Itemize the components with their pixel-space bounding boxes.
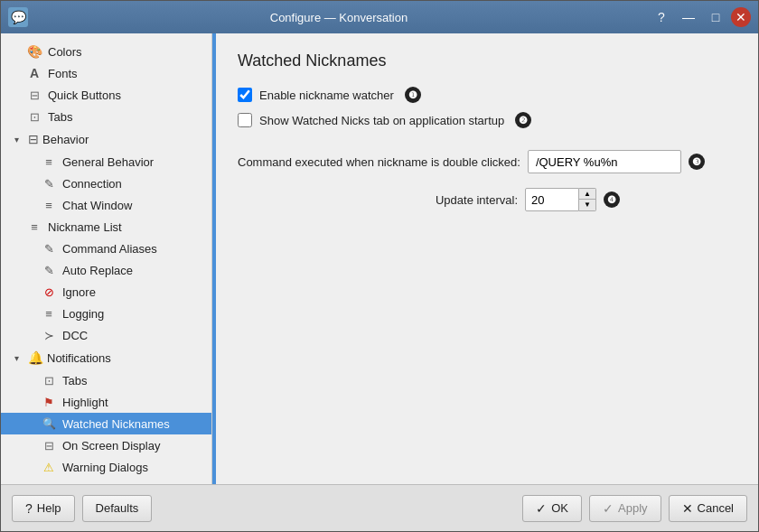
fonts-icon: A [26, 65, 42, 81]
sidebar-item-command-aliases[interactable]: ✎ Command Aliases [1, 238, 211, 259]
enable-watcher-label: Enable nickname watcher [259, 89, 394, 102]
ok-icon: ✓ [536, 501, 547, 516]
sidebar-item-general-behavior[interactable]: ≡ General Behavior [1, 151, 211, 173]
sidebar-item-fonts[interactable]: A Fonts [1, 62, 211, 84]
help-titlebar-button[interactable]: ? [650, 5, 673, 29]
sidebar-item-auto-replace[interactable]: ✎ Auto Replace [1, 259, 211, 281]
titlebar-controls: ? — □ ✕ [650, 5, 751, 29]
osd-icon: ⊟ [41, 437, 57, 453]
enable-watcher-row: Enable nickname watcher ❶ [238, 87, 736, 103]
sidebar-item-dcc[interactable]: ≻ DCC [1, 324, 211, 346]
bottom-right-buttons: ✓ OK ✓ Apply ✕ Cancel [522, 495, 747, 522]
cmdaliases-icon: ✎ [41, 240, 57, 257]
help-label: Help [37, 501, 61, 515]
update-interval-label: Update interval: [238, 193, 518, 207]
sidebar-group-label: Behavior [42, 133, 89, 146]
sidebar-item-tabs[interactable]: ⊡ Tabs [1, 106, 211, 127]
notifications-icon: 🔔 [28, 350, 43, 365]
spinner-up-button[interactable]: ▲ [579, 189, 595, 200]
colors-icon: 🎨 [26, 43, 42, 60]
sidebar-item-chat-window[interactable]: ≡ Chat Window [1, 194, 211, 216]
sidebar-group-label: Notifications [47, 351, 111, 365]
sidebar-item-label: Tabs [48, 110, 72, 124]
sidebar-group-notifications[interactable]: ▾ 🔔 Notifications [1, 346, 211, 369]
sidebar-item-colors[interactable]: 🎨 Colors [1, 41, 211, 62]
sidebar-item-label: Tabs [62, 374, 87, 387]
update-interval-row: Update interval: ▲ ▼ ❹ [238, 188, 736, 211]
tabs2-icon: ⊡ [41, 372, 57, 388]
help-icon: ? [25, 501, 33, 516]
badge4: ❹ [604, 191, 620, 208]
quick-buttons-icon: ⊟ [26, 87, 42, 103]
spinner-down-button[interactable]: ▼ [579, 200, 595, 210]
command-input[interactable] [528, 150, 681, 173]
sidebar-item-quick-buttons[interactable]: ⊟ Quick Buttons [1, 84, 211, 106]
window-title: Configure — Konversation [270, 11, 408, 24]
sidebar-item-label: Ignore [62, 285, 96, 299]
sidebar-item-connection[interactable]: ✎ Connection [1, 173, 211, 194]
apply-button[interactable]: ✓ Apply [589, 495, 661, 522]
show-tab-checkbox[interactable] [238, 113, 252, 127]
sidebar-item-watched-nicknames[interactable]: 🔍 Watched Nicknames [1, 413, 211, 434]
chat-window-icon: ≡ [41, 197, 57, 213]
app-icon: 💬 [8, 7, 28, 27]
sidebar-item-highlight[interactable]: ⚑ Highlight [1, 391, 211, 413]
sidebar-item-ignore[interactable]: ⊘ Ignore [1, 281, 211, 303]
sidebar-item-warning-dialogs[interactable]: ⚠ Warning Dialogs [1, 456, 211, 478]
update-interval-input[interactable] [525, 188, 579, 211]
content-area: 🎨 Colors A Fonts ⊟ Quick Buttons ⊡ Tabs … [1, 33, 758, 484]
defaults-label: Defaults [96, 501, 139, 515]
sidebar-item-label: Logging [62, 307, 104, 321]
collapse-behavior-icon: ▾ [8, 131, 24, 147]
collapse-notifications-icon: ▾ [8, 350, 24, 366]
sidebar-item-label: Warning Dialogs [62, 461, 148, 474]
sidebar-item-label: Colors [48, 45, 82, 59]
show-tab-row: Show Watched Nicks tab on application st… [238, 112, 736, 128]
sidebar-item-logging[interactable]: ≡ Logging [1, 303, 211, 324]
titlebar-center: Configure — Konversation [28, 11, 650, 24]
close-button[interactable]: ✕ [731, 7, 751, 27]
enable-watcher-checkbox[interactable] [238, 88, 252, 102]
ok-label: OK [551, 501, 568, 515]
sidebar-item-label: Auto Replace [62, 264, 133, 277]
logging-icon: ≡ [41, 305, 57, 322]
cancel-button[interactable]: ✕ Cancel [669, 495, 747, 522]
autoreplace-icon: ✎ [41, 262, 57, 278]
badge2: ❷ [515, 112, 531, 128]
maximize-button[interactable]: □ [704, 5, 727, 29]
show-tab-label: Show Watched Nicks tab on application st… [259, 114, 504, 127]
behavior-icon: ⊟ [28, 132, 39, 146]
ok-button[interactable]: ✓ OK [522, 495, 582, 522]
help-button[interactable]: ? Help [12, 495, 75, 522]
highlight-icon: ⚑ [41, 394, 57, 410]
sidebar-item-label: On Screen Display [62, 439, 160, 453]
sidebar-item-label: General Behavior [62, 155, 154, 169]
main-panel: Watched Nicknames Enable nickname watche… [216, 33, 758, 484]
sidebar-item-label: Quick Buttons [48, 89, 121, 102]
main-window: 💬 Configure — Konversation ? — □ ✕ 🎨 Col… [0, 0, 759, 532]
sidebar-item-tabs2[interactable]: ⊡ Tabs [1, 369, 211, 391]
sidebar-item-label: Fonts [48, 67, 78, 80]
sidebar-item-label: Connection [62, 177, 122, 191]
sidebar-item-label: Chat Window [62, 199, 132, 212]
titlebar-left: 💬 [8, 7, 28, 27]
connection-icon: ✎ [41, 175, 57, 191]
apply-icon: ✓ [603, 501, 614, 516]
general-icon: ≡ [41, 154, 57, 170]
badge3: ❸ [689, 154, 705, 170]
sidebar-item-label: Nickname List [48, 220, 122, 234]
tabs-icon: ⊡ [26, 108, 42, 125]
defaults-button[interactable]: Defaults [82, 495, 153, 522]
command-row: Command executed when nickname is double… [238, 150, 736, 173]
spinner-buttons: ▲ ▼ [579, 188, 596, 211]
sidebar: 🎨 Colors A Fonts ⊟ Quick Buttons ⊡ Tabs … [1, 33, 212, 484]
command-label: Command executed when nickname is double… [238, 155, 520, 169]
sidebar-item-on-screen-display[interactable]: ⊟ On Screen Display [1, 434, 211, 456]
sidebar-item-label: Command Aliases [62, 242, 157, 256]
apply-label: Apply [618, 501, 648, 515]
sidebar-group-behavior[interactable]: ▾ ⊟ Behavior [1, 127, 211, 151]
sidebar-item-nickname-list[interactable]: ≡ Nickname List [1, 216, 211, 238]
minimize-button[interactable]: — [677, 5, 700, 29]
sidebar-item-label: DCC [62, 329, 88, 342]
update-interval-spinner: ▲ ▼ [525, 188, 596, 211]
